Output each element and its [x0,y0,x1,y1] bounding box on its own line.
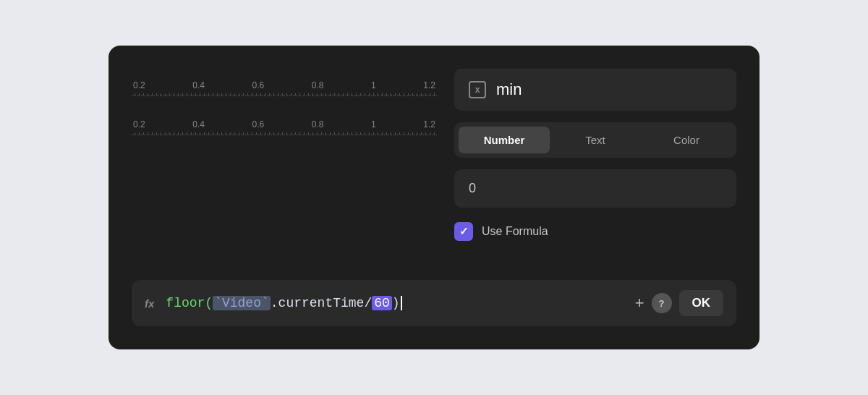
formula-floor: floor( [166,296,213,310]
value-row [454,169,736,208]
use-formula-checkbox[interactable]: ✓ [454,222,473,241]
ruler-label: 0.2 [133,119,145,129]
ruler-label: 1 [371,119,376,129]
ruler-labels-2: 0.2 0.4 0.6 0.8 1 1.2 [132,119,437,129]
ruler-label: 0.6 [252,119,265,129]
ruler-label: 0.4 [192,80,205,90]
formula-video-ref: `Video` [213,296,271,310]
ruler-label: 1 [371,80,376,90]
ruler-row-1: 0.2 0.4 0.6 0.8 1 1.2 [132,80,437,96]
ruler-label: 0.8 [312,119,324,129]
formula-currenttime: .currentTime [271,296,365,310]
dialog: 0.2 0.4 0.6 0.8 1 1.2 0.2 0.4 0.6 0.8 1 … [109,46,760,349]
ruler-track-1 [132,93,437,96]
tabs-row: Number Text Color [454,122,736,158]
formula-actions: + ? OK [635,290,723,316]
controls-panel: x min Number Text Color ✓ Use Formula [454,69,736,263]
fx-label: fx [145,297,154,310]
dialog-main: 0.2 0.4 0.6 0.8 1 1.2 0.2 0.4 0.6 0.8 1 … [132,69,736,263]
cursor [401,296,402,310]
tab-number[interactable]: Number [459,127,550,153]
ruler-track-2 [132,132,437,135]
value-input[interactable] [469,181,722,196]
formula-60: 60 [372,296,392,310]
ok-button[interactable]: OK [679,290,724,316]
formula-close-paren: ) [392,296,400,310]
ruler-row-2: 0.2 0.4 0.6 0.8 1 1.2 [132,119,437,135]
ruler-label: 1.2 [423,80,435,90]
checkmark-icon: ✓ [459,225,469,238]
ruler-label: 0.2 [133,80,145,90]
help-button[interactable]: ? [652,293,672,313]
ruler-label: 0.6 [252,80,265,90]
x-icon: x [469,81,486,98]
ruler-label: 0.4 [192,119,205,129]
formula-slash: / [364,296,372,310]
ruler-labels-1: 0.2 0.4 0.6 0.8 1 1.2 [132,80,437,90]
fx-icon: fx [145,297,154,310]
title-row: x min [454,69,736,111]
ruler-label: 0.8 [312,80,324,90]
use-formula-label: Use Formula [482,225,548,238]
formula-code[interactable]: floor(`Video`.currentTime/60) [166,296,623,310]
add-button[interactable]: + [635,295,644,311]
tab-text[interactable]: Text [550,127,641,153]
tab-color[interactable]: Color [641,127,732,153]
dialog-title: min [496,80,522,99]
x-icon-label: x [475,85,480,95]
ruler-label: 1.2 [423,119,435,129]
formula-checkbox-row: ✓ Use Formula [454,219,736,244]
rulers-panel: 0.2 0.4 0.6 0.8 1 1.2 0.2 0.4 0.6 0.8 1 … [132,69,437,263]
formula-bar: fx floor(`Video`.currentTime/60) + ? OK [132,280,736,326]
